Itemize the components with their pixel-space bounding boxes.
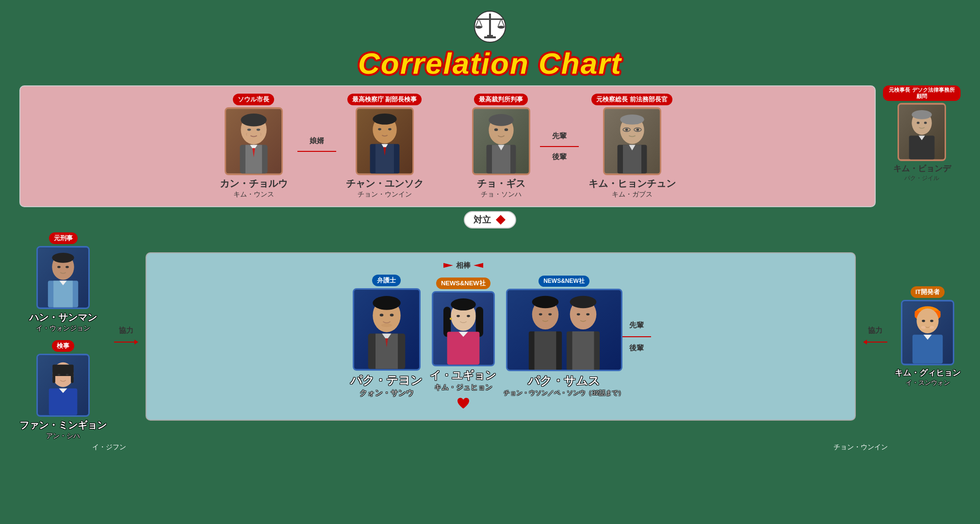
blue-section: 弁護士 xyxy=(146,252,856,421)
svg-point-39 xyxy=(625,129,628,131)
photo-kim-g xyxy=(901,300,954,365)
name-jp-kim-g: キム・グィヒョン xyxy=(895,367,961,378)
aibou-relation: 相棒 xyxy=(443,261,483,270)
name-kr-samus: チョン・ウソン／ペ・ソンウ（32話まで） xyxy=(504,389,624,397)
bottom-row: 元刑事 xyxy=(19,232,961,441)
name-kr-park: クォン・サンウ xyxy=(359,388,414,398)
svg-point-88 xyxy=(532,296,558,308)
senpai2-label: 先輩 xyxy=(629,321,644,330)
name-jp-samus: パク・サムス xyxy=(528,373,600,389)
svg-marker-101 xyxy=(863,340,867,344)
role-badge-han: 元刑事 xyxy=(49,232,78,244)
svg-point-30 xyxy=(504,128,508,131)
name-jp-kim-h: キム・ヒョンチュン xyxy=(588,177,676,190)
char-park-samus: NEWS&NEW社 xyxy=(504,276,624,397)
kyoryoku-label: 協力 xyxy=(119,326,133,335)
svg-point-82 xyxy=(457,315,460,317)
svg-point-52 xyxy=(52,253,74,263)
name-kr-kim-h: キム・ガブス xyxy=(612,190,653,199)
bottom-notes: イ・ジフン チョン・ウンイン xyxy=(19,443,961,452)
role-badge-kim-h: 元検察総長 前法務部長官 xyxy=(591,94,672,105)
svg-point-70 xyxy=(379,313,383,316)
svg-rect-10 xyxy=(484,36,496,38)
photo-lee xyxy=(432,291,495,366)
svg-point-95 xyxy=(576,313,580,315)
svg-point-21 xyxy=(373,114,396,125)
svg-point-81 xyxy=(451,298,476,311)
bottom-note-right: チョン・ウンイン xyxy=(833,443,888,452)
name-jp-park: パク・テヨン xyxy=(350,373,423,388)
name-kr-cho: チョ・ソンハ xyxy=(481,190,522,199)
name-kr-kang: キム・ウンス xyxy=(233,190,274,199)
svg-point-40 xyxy=(636,129,639,131)
photo-hwang xyxy=(36,354,90,417)
svg-point-54 xyxy=(65,266,69,268)
char-kim-hyeonchun: 元検察総長 前法務部長官 xyxy=(588,94,676,199)
bottom-note-left: イ・ジフン xyxy=(92,443,126,452)
cooperation-arrow-right xyxy=(114,337,138,347)
conflict-badge: 対立 xyxy=(464,211,516,229)
svg-point-109 xyxy=(930,326,934,328)
cooperation-arrow-left xyxy=(863,337,887,347)
char-kim-byeongde-standalone: 元検事長 デソク法律事務所顧問 キム・ビョンデ パク・ xyxy=(883,85,961,207)
top-row: ソウル市長 xyxy=(19,85,961,207)
char-kang-cheolwoo: ソウル市長 xyxy=(220,94,288,199)
svg-point-106 xyxy=(922,320,925,322)
photo-han xyxy=(36,246,90,309)
svg-marker-76 xyxy=(474,263,483,268)
svg-rect-92 xyxy=(534,331,556,370)
svg-point-46 xyxy=(917,122,920,124)
photo-samus xyxy=(506,289,622,371)
kouhai-label: 後輩 xyxy=(552,152,567,162)
middle-blue: 相棒 NEWS&NEW社 xyxy=(430,261,496,412)
svg-marker-75 xyxy=(443,263,453,268)
name-kr-kim-b: パク・ジイル xyxy=(904,174,939,182)
cooperation-arrow-area: 協力 xyxy=(114,326,138,347)
svg-point-22 xyxy=(378,128,381,131)
char-lee-yugyeon: NEWS&NEW社 xyxy=(430,278,496,392)
char-hwang-mingyeon: 検事 xyxy=(19,340,107,441)
svg-point-69 xyxy=(373,296,400,310)
aibou-label: 相棒 xyxy=(456,261,471,270)
name-kr-kim-g: イ・スンウォン xyxy=(906,378,950,387)
name-kr-hwang: アン・シハ xyxy=(46,432,80,441)
senpai-kouhai-blue: 先輩 後輩 xyxy=(622,321,651,353)
svg-rect-62 xyxy=(52,374,55,383)
svg-rect-1 xyxy=(489,14,491,35)
role-badge-lee: NEWS&NEW社 xyxy=(436,278,490,289)
role-badge-jang: 最高検察庁 副部長検事 xyxy=(347,94,422,105)
svg-point-107 xyxy=(930,320,933,322)
name-jp-cho: チョ・ギス xyxy=(477,177,525,190)
svg-point-108 xyxy=(921,326,926,328)
conflict-diamond-icon xyxy=(495,214,506,226)
relation-senpai-kouhai: 先輩 後輩 xyxy=(540,131,579,162)
char-jang-yunseok: 最高検察庁 副部長検事 xyxy=(346,94,424,199)
kyoryoku2-label: 協力 xyxy=(868,326,882,335)
role-badge-kim-b: 元検事長 デソク法律事務所顧問 xyxy=(883,85,961,101)
left-cards: 元刑事 xyxy=(19,232,107,441)
name-jp-kim-b: キム・ビョンデ xyxy=(893,163,951,174)
char-han-sanman: 元刑事 xyxy=(19,232,107,333)
svg-point-13 xyxy=(241,114,266,127)
photo-jang xyxy=(356,107,414,175)
svg-point-94 xyxy=(570,296,596,308)
char-cho-gisu: 最高裁判所判事 xyxy=(472,94,530,199)
senpai-label: 先輩 xyxy=(552,131,567,141)
svg-point-15 xyxy=(256,129,260,131)
heart-relation xyxy=(456,397,471,412)
name-jp-jang: チャン・ユンソク xyxy=(346,177,424,190)
svg-point-83 xyxy=(467,315,470,317)
svg-point-84 xyxy=(450,318,452,320)
name-kr-lee: キム・ジュヒョン xyxy=(434,383,492,392)
svg-point-71 xyxy=(390,313,393,316)
svg-point-47 xyxy=(924,122,927,124)
svg-rect-59 xyxy=(52,364,73,376)
blue-chars: 弁護士 xyxy=(350,261,651,412)
svg-point-28 xyxy=(489,114,513,126)
cooperation-arrow-left-area: 協力 xyxy=(863,326,887,347)
name-jp-lee: イ・ユギョン xyxy=(430,368,496,383)
name-jp-han: ハン・サンマン xyxy=(29,311,97,324)
svg-point-61 xyxy=(66,374,69,376)
scales-icon xyxy=(471,10,509,44)
svg-point-14 xyxy=(247,129,251,131)
